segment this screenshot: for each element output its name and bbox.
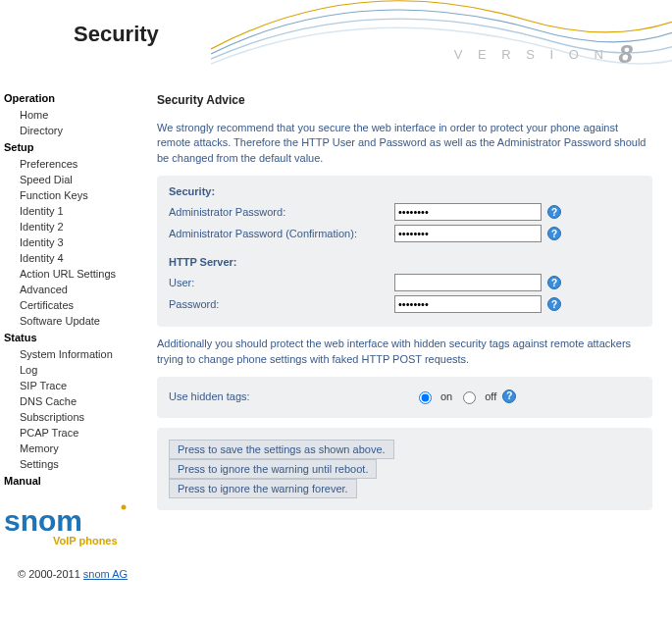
ignore-until-reboot-button[interactable]: Press to ignore the warning until reboot… bbox=[169, 459, 377, 479]
sidebar: OperationHomeDirectorySetupPreferencesSp… bbox=[0, 83, 147, 597]
hidden-tags-label: Use hidden tags: bbox=[169, 390, 414, 402]
svg-text:VoIP phones: VoIP phones bbox=[53, 535, 118, 546]
admin-password-input[interactable] bbox=[394, 203, 542, 221]
sidebar-item[interactable]: Preferences bbox=[4, 156, 147, 172]
content-heading: Security Advice bbox=[157, 93, 652, 107]
copyright: © 2000-2011 snom AG bbox=[4, 548, 147, 588]
vendor-link[interactable]: snom AG bbox=[83, 568, 128, 580]
main-content: Security Advice We strongly recommend th… bbox=[147, 83, 672, 530]
sidebar-item[interactable]: Speed Dial bbox=[4, 172, 147, 187]
security-section-label: Security: bbox=[169, 185, 641, 201]
sidebar-item[interactable]: Memory bbox=[4, 441, 147, 456]
brand-logo: snom VoIP phones bbox=[4, 490, 147, 548]
page-title: Security bbox=[74, 22, 159, 47]
header-banner: Security V E R S I O N 8 bbox=[0, 0, 672, 83]
sidebar-item[interactable]: SIP Trace bbox=[4, 378, 147, 393]
admin-password-confirm-input[interactable] bbox=[394, 225, 542, 242]
sidebar-item[interactable]: Action URL Settings bbox=[4, 266, 147, 282]
http-user-label: User: bbox=[169, 277, 394, 288]
sidebar-group: Status bbox=[4, 329, 147, 346]
admin-password-confirm-label: Administrator Password (Confirmation): bbox=[169, 228, 394, 239]
save-button[interactable]: Press to save the settings as shown abov… bbox=[169, 440, 394, 459]
sidebar-item[interactable]: Function Keys bbox=[4, 187, 147, 203]
hidden-tags-on-radio[interactable] bbox=[419, 391, 432, 404]
svg-point-0 bbox=[122, 505, 127, 510]
ignore-forever-button[interactable]: Press to ignore the warning forever. bbox=[169, 479, 357, 498]
http-section-label: HTTP Server: bbox=[169, 256, 641, 272]
sidebar-item[interactable]: Home bbox=[4, 107, 147, 123]
hidden-tags-panel: Use hidden tags: on off ? bbox=[157, 377, 652, 418]
intro-text: We strongly recommend that you secure th… bbox=[157, 121, 652, 166]
sidebar-item[interactable]: Software Update bbox=[4, 313, 147, 329]
sidebar-item[interactable]: Identity 3 bbox=[4, 234, 147, 250]
help-icon[interactable]: ? bbox=[547, 276, 561, 289]
help-icon[interactable]: ? bbox=[547, 205, 561, 219]
admin-password-label: Administrator Password: bbox=[169, 206, 394, 218]
sidebar-item[interactable]: Certificates bbox=[4, 297, 147, 313]
sidebar-group: Setup bbox=[4, 138, 147, 156]
hidden-tags-intro: Additionally you should protect the web … bbox=[157, 337, 652, 367]
sidebar-group: Manual bbox=[4, 472, 147, 490]
sidebar-item[interactable]: Identity 4 bbox=[4, 250, 147, 266]
logo-text: snom bbox=[4, 504, 82, 537]
sidebar-item[interactable]: Directory bbox=[4, 123, 147, 138]
sidebar-item[interactable]: System Information bbox=[4, 346, 147, 362]
help-icon[interactable]: ? bbox=[547, 297, 561, 311]
sidebar-item[interactable]: DNS Cache bbox=[4, 393, 147, 409]
sidebar-item[interactable]: PCAP Trace bbox=[4, 425, 147, 441]
help-icon[interactable]: ? bbox=[502, 389, 516, 403]
http-password-label: Password: bbox=[169, 298, 394, 310]
sidebar-item[interactable]: Advanced bbox=[4, 282, 147, 297]
sidebar-item[interactable]: Settings bbox=[4, 456, 147, 472]
help-icon[interactable]: ? bbox=[547, 227, 561, 240]
security-panel: Security: Administrator Password: ? Admi… bbox=[157, 176, 652, 327]
http-password-input[interactable] bbox=[394, 295, 542, 313]
http-user-input[interactable] bbox=[394, 274, 542, 291]
actions-panel: Press to save the settings as shown abov… bbox=[157, 428, 652, 510]
sidebar-item[interactable]: Identity 2 bbox=[4, 219, 147, 234]
hidden-tags-off-radio[interactable] bbox=[463, 391, 476, 404]
version-label: V E R S I O N 8 bbox=[454, 39, 633, 70]
sidebar-item[interactable]: Subscriptions bbox=[4, 409, 147, 425]
sidebar-group: Operation bbox=[4, 89, 147, 107]
sidebar-item[interactable]: Log bbox=[4, 362, 147, 378]
sidebar-item[interactable]: Identity 1 bbox=[4, 203, 147, 219]
